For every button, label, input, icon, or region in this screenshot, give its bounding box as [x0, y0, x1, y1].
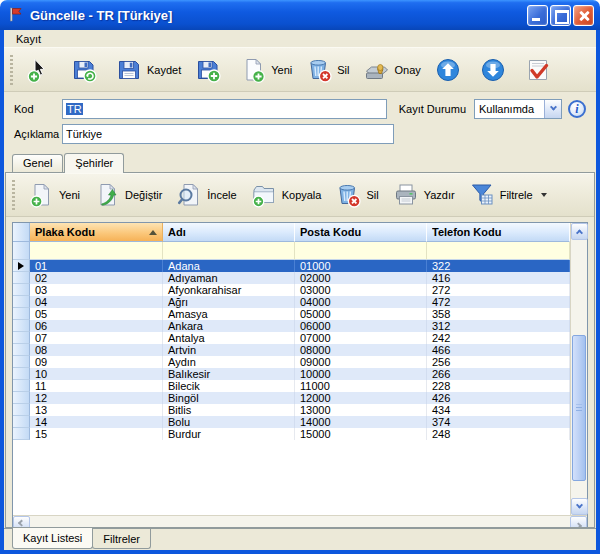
- horizontal-scroll-track[interactable]: [30, 516, 570, 528]
- cell-plaka-kodu[interactable]: 05: [30, 308, 163, 320]
- cell-posta-kodu[interactable]: 03000: [295, 284, 427, 296]
- cell-telefon-kodu[interactable]: 256: [427, 356, 570, 368]
- cell-telefon-kodu[interactable]: 466: [427, 344, 570, 356]
- minimize-button[interactable]: [527, 5, 548, 26]
- cell-posta-kodu[interactable]: 08000: [295, 344, 427, 356]
- cell-adi[interactable]: Aydın: [163, 356, 295, 368]
- cell-plaka-kodu[interactable]: 10: [30, 368, 163, 380]
- cell-plaka-kodu[interactable]: 04: [30, 296, 163, 308]
- city-edit-button[interactable]: Değiştir: [88, 178, 168, 212]
- row-selector-cell[interactable]: [13, 284, 30, 296]
- cell-posta-kodu[interactable]: 07000: [295, 332, 427, 344]
- kod-input[interactable]: TR: [62, 99, 387, 119]
- column-header-posta-kodu[interactable]: Posta Kodu: [295, 223, 427, 242]
- cell-adi[interactable]: Burdur: [163, 428, 295, 440]
- scroll-right-button[interactable]: [570, 516, 587, 528]
- cell-posta-kodu[interactable]: 13000: [295, 404, 427, 416]
- city-delete-button[interactable]: Sil: [329, 178, 384, 212]
- table-row[interactable]: 12 Bingöl 12000 426: [13, 392, 570, 404]
- cell-adi[interactable]: Bolu: [163, 416, 295, 428]
- cell-plaka-kodu[interactable]: 01: [30, 260, 163, 272]
- city-copy-button[interactable]: Kopyala: [245, 178, 328, 212]
- cell-posta-kodu[interactable]: 05000: [295, 308, 427, 320]
- cell-telefon-kodu[interactable]: 242: [427, 332, 570, 344]
- table-row[interactable]: 01 Adana 01000 322: [13, 260, 570, 272]
- tab-sehirler[interactable]: Şehirler: [64, 153, 124, 173]
- vertical-scrollbar[interactable]: [570, 223, 587, 515]
- cell-telefon-kodu[interactable]: 374: [427, 416, 570, 428]
- table-row[interactable]: 05 Amasya 05000 358: [13, 308, 570, 320]
- row-selector-cell[interactable]: [13, 308, 30, 320]
- cell-plaka-kodu[interactable]: 11: [30, 380, 163, 392]
- cell-plaka-kodu[interactable]: 13: [30, 404, 163, 416]
- cell-telefon-kodu[interactable]: 416: [427, 272, 570, 284]
- vertical-scroll-track[interactable]: [571, 240, 587, 498]
- table-row[interactable]: 02 Adıyaman 02000 416: [13, 272, 570, 284]
- approve-button[interactable]: Onay: [358, 53, 427, 87]
- cell-posta-kodu[interactable]: 04000: [295, 296, 427, 308]
- filter-cell-posta[interactable]: [295, 242, 427, 260]
- row-selector-cell[interactable]: [13, 380, 30, 392]
- header-selector-cell[interactable]: [13, 223, 30, 242]
- cell-adi[interactable]: Bitlis: [163, 404, 295, 416]
- new-record-button[interactable]: Yeni: [234, 53, 298, 87]
- table-row[interactable]: 13 Bitlis 13000 434: [13, 404, 570, 416]
- toolbar-grip[interactable]: [12, 180, 15, 210]
- cell-plaka-kodu[interactable]: 03: [30, 284, 163, 296]
- toolbar-grip[interactable]: [10, 55, 13, 85]
- table-row[interactable]: 04 Ağrı 04000 472: [13, 296, 570, 308]
- cell-adi[interactable]: Artvin: [163, 344, 295, 356]
- scroll-down-button[interactable]: [571, 498, 588, 515]
- select-add-button[interactable]: [20, 53, 63, 87]
- cell-posta-kodu[interactable]: 06000: [295, 320, 427, 332]
- cell-telefon-kodu[interactable]: 228: [427, 380, 570, 392]
- cell-telefon-kodu[interactable]: 272: [427, 284, 570, 296]
- table-row[interactable]: 03 Afyonkarahisar 03000 272: [13, 284, 570, 296]
- cell-telefon-kodu[interactable]: 248: [427, 428, 570, 440]
- cell-adi[interactable]: Amasya: [163, 308, 295, 320]
- cell-posta-kodu[interactable]: 15000: [295, 428, 427, 440]
- tab-genel[interactable]: Genel: [12, 154, 63, 172]
- cell-plaka-kodu[interactable]: 08: [30, 344, 163, 356]
- cell-posta-kodu[interactable]: 10000: [295, 368, 427, 380]
- confirm-document-button[interactable]: [519, 53, 562, 87]
- delete-record-button[interactable]: Sil: [300, 53, 355, 87]
- row-selector-cell[interactable]: [13, 344, 30, 356]
- tab-kayit-listesi[interactable]: Kayıt Listesi: [12, 528, 93, 549]
- cell-posta-kodu[interactable]: 12000: [295, 392, 427, 404]
- vertical-scroll-thumb[interactable]: [572, 335, 586, 481]
- cell-posta-kodu[interactable]: 09000: [295, 356, 427, 368]
- column-header-plaka-kodu[interactable]: Plaka Kodu: [30, 223, 163, 242]
- cell-plaka-kodu[interactable]: 12: [30, 392, 163, 404]
- cell-plaka-kodu[interactable]: 06: [30, 320, 163, 332]
- table-row[interactable]: 14 Bolu 14000 374: [13, 416, 570, 428]
- cell-plaka-kodu[interactable]: 07: [30, 332, 163, 344]
- cell-telefon-kodu[interactable]: 322: [427, 260, 570, 272]
- column-header-adi[interactable]: Adı: [163, 223, 295, 242]
- cell-adi[interactable]: Ankara: [163, 320, 295, 332]
- cell-adi[interactable]: Ağrı: [163, 296, 295, 308]
- menu-kayit[interactable]: Kayıt: [10, 32, 47, 46]
- cell-telefon-kodu[interactable]: 358: [427, 308, 570, 320]
- move-up-button[interactable]: [429, 53, 472, 87]
- city-inspect-button[interactable]: İncele: [170, 178, 242, 212]
- save-refresh-button[interactable]: [65, 53, 108, 87]
- cell-adi[interactable]: Afyonkarahisar: [163, 284, 295, 296]
- cell-adi[interactable]: Bilecik: [163, 380, 295, 392]
- cell-plaka-kodu[interactable]: 14: [30, 416, 163, 428]
- table-row[interactable]: 07 Antalya 07000 242: [13, 332, 570, 344]
- cell-telefon-kodu[interactable]: 266: [427, 368, 570, 380]
- scroll-left-button[interactable]: [13, 516, 30, 528]
- row-selector-cell[interactable]: [13, 416, 30, 428]
- horizontal-scrollbar[interactable]: [13, 515, 587, 528]
- table-row[interactable]: 11 Bilecik 11000 228: [13, 380, 570, 392]
- cell-posta-kodu[interactable]: 02000: [295, 272, 427, 284]
- row-selector-cell[interactable]: [13, 392, 30, 404]
- scroll-up-button[interactable]: [571, 223, 588, 240]
- row-selector-cell[interactable]: [13, 404, 30, 416]
- row-selector-cell[interactable]: [13, 332, 30, 344]
- filter-dropdown-caret-icon[interactable]: [541, 193, 547, 197]
- save-add-button[interactable]: [189, 53, 232, 87]
- close-button[interactable]: [573, 5, 594, 26]
- cell-adi[interactable]: Adana: [163, 260, 295, 272]
